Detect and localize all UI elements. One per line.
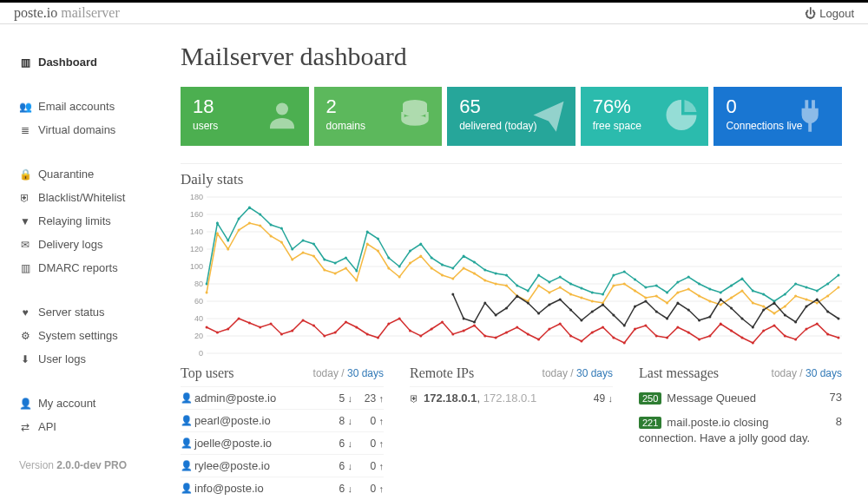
last-messages-section: Last messagestoday / 30 days250Message Q… [639,365,842,499]
svg-point-239 [837,318,839,320]
chart-wrap: 020406080100120140160180 [181,194,842,359]
svg-point-38 [366,231,369,234]
sidebar-item-dashboard[interactable]: ▥Dashboard [19,50,167,74]
svg-point-102 [409,262,411,265]
sidebar-item-api[interactable]: ⇄API [19,415,167,438]
svg-point-33 [312,243,315,246]
svg-point-95 [334,273,337,275]
tile-free-space[interactable]: 76%free space [581,87,709,146]
sidebar-item-system-settings[interactable]: ⚙System settings [19,324,167,347]
filter-icon: ▼ [19,215,31,227]
svg-point-110 [495,283,497,286]
svg-point-175 [548,328,550,331]
user-icon: 👤 [181,415,194,426]
sidebar-item-dmarc-reports[interactable]: ▥DMARC reports [19,256,167,280]
svg-point-75 [762,293,765,296]
svg-point-205 [473,321,476,324]
svg-point-144 [216,332,219,334]
sidebar-item-blacklist-whitelist[interactable]: ⛨Blacklist/Whitelist [19,186,167,209]
svg-point-133 [740,290,743,293]
svg-point-198 [794,339,797,341]
svg-point-106 [451,278,454,280]
up-count: 0 ↑ [352,483,384,495]
svg-point-167 [463,330,465,332]
svg-point-130 [708,300,711,303]
range-switch[interactable]: today / 30 days [313,367,384,379]
svg-text:180: 180 [190,194,203,201]
sidebar-item-label: Delivery logs [38,238,102,251]
sidebar-item-relaying-limits[interactable]: ▼Relaying limits [19,209,167,233]
svg-point-177 [569,335,572,338]
svg-point-190 [708,335,711,338]
sidebar-item-my-account[interactable]: 👤My account [19,391,167,415]
svg-point-207 [495,314,497,317]
user-row[interactable]: 👤joelle@poste.io6 ↓0 ↑ [181,431,384,454]
topbar: poste.io mailserver ⏻ Logout [0,0,868,24]
svg-point-153 [312,325,315,327]
svg-point-179 [591,332,594,334]
svg-point-111 [505,285,508,287]
send-icon [530,97,567,136]
svg-point-137 [784,306,786,308]
svg-text:0: 0 [199,349,203,358]
svg-point-208 [505,307,508,310]
sidebar-item-label: Relaying limits [38,214,111,227]
svg-point-197 [784,335,786,338]
svg-point-176 [559,323,562,326]
svg-text:120: 120 [190,245,203,253]
svg-point-86 [238,229,240,232]
logout-button[interactable]: ⏻ Logout [805,7,854,20]
svg-point-168 [473,325,476,327]
tile-delivered-today-[interactable]: 65delivered (today) [447,87,575,146]
ip-row[interactable]: ⛨172.18.0.1, 172.18.0.149 ↓ [410,386,613,409]
svg-point-193 [740,337,743,339]
svg-point-232 [762,309,765,312]
user-email: joelle@poste.io [194,437,321,450]
svg-point-42 [409,250,411,253]
user-email: pearl@poste.io [194,414,321,427]
svg-point-63 [634,279,636,281]
svg-point-220 [634,306,636,308]
sidebar-item-virtual-domains[interactable]: ≣Virtual domains [19,118,167,141]
svg-point-147 [248,322,251,325]
svg-point-234 [784,314,786,317]
svg-point-192 [730,330,733,332]
tile-domains[interactable]: 2domains [314,87,443,146]
sidebar-item-email-accounts[interactable]: 👥Email accounts [19,95,167,118]
tile--onnections-live[interactable]: 0Connections live [713,87,842,146]
svg-point-121 [612,285,615,287]
svg-point-173 [527,333,529,336]
user-icon [264,97,300,136]
sidebar-item-user-logs[interactable]: ⬇User logs [19,347,167,371]
status-badge: 250 [639,392,661,405]
sidebar-item-quarantine[interactable]: 🔒Quarantine [19,162,167,186]
message-row[interactable]: 250Message Queued73 [639,386,842,411]
shield-icon: ⛨ [410,393,424,404]
svg-point-73 [740,278,743,280]
svg-point-218 [612,314,615,317]
svg-point-122 [623,283,626,286]
sidebar-item-server-status[interactable]: ♥Server status [19,300,167,324]
user-row[interactable]: 👤admin@poste.io5 ↓23 ↑ [181,386,384,409]
user-row[interactable]: 👤info@poste.io6 ↓0 ↑ [181,477,384,499]
svg-point-206 [483,302,486,305]
bars-icon: ▥ [19,262,31,274]
svg-point-165 [441,321,444,324]
message-text: mail.poste.io closing connection. Have a… [639,416,810,444]
svg-point-90 [280,241,283,244]
down-count: 6 ↓ [321,460,352,472]
message-row[interactable]: 221mail.poste.io closing connection. Hav… [639,411,842,451]
range-switch[interactable]: today / 30 days [772,367,842,379]
svg-point-126 [666,302,668,305]
user-row[interactable]: 👤pearl@poste.io8 ↓0 ↑ [181,409,384,431]
tile-users[interactable]: 18users [181,87,309,146]
range-switch[interactable]: today / 30 days [542,367,613,379]
sidebar-item-delivery-logs[interactable]: ✉Delivery logs [19,233,167,256]
daily-stats-chart: 020406080100120140160180 [181,194,842,359]
svg-point-233 [773,302,775,305]
user-row[interactable]: 👤rylee@poste.io6 ↓0 ↑ [181,454,384,477]
up-count: 23 ↑ [352,392,384,405]
svg-point-104 [431,267,433,270]
svg-point-57 [569,283,572,286]
svg-point-37 [355,270,358,273]
